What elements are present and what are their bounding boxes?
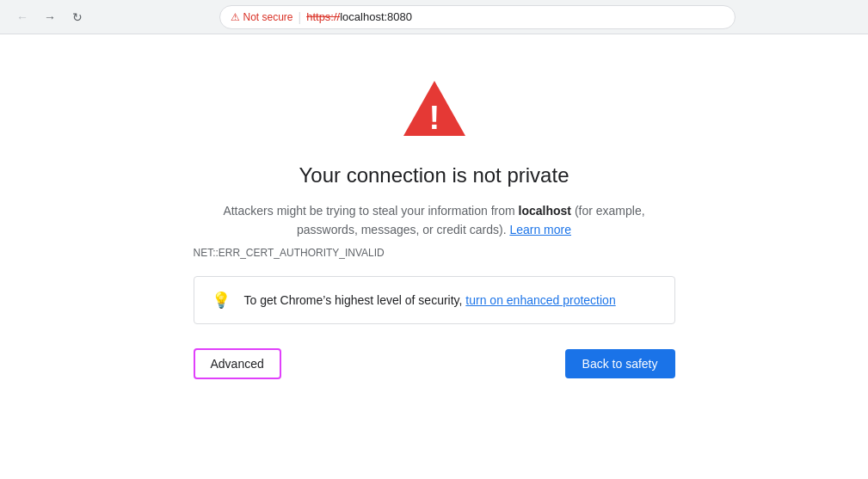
forward-arrow-icon: → bbox=[44, 10, 56, 24]
enhanced-protection-link[interactable]: turn on enhanced protection bbox=[465, 293, 615, 307]
not-secure-label: Not secure bbox=[243, 11, 293, 23]
security-box-text: To get Chrome’s highest level of securit… bbox=[244, 293, 616, 307]
url-display: https://localhost:8080 bbox=[306, 10, 412, 23]
description-text: Attackers might be trying to steal your … bbox=[194, 201, 675, 240]
address-bar-divider: | bbox=[299, 10, 302, 24]
back-button[interactable]: ← bbox=[10, 5, 34, 29]
url-prefix: https:// bbox=[306, 10, 340, 23]
browser-toolbar: ← → ↻ ⚠ Not secure | https://localhost:8… bbox=[0, 0, 868, 34]
reload-icon: ↻ bbox=[72, 10, 83, 24]
page-title: Your connection is not private bbox=[299, 163, 569, 187]
warning-icon-container: ! bbox=[400, 77, 469, 143]
advanced-button[interactable]: Advanced bbox=[194, 348, 281, 379]
svg-text:!: ! bbox=[428, 99, 440, 136]
buttons-row: Advanced Back to safety bbox=[194, 348, 675, 379]
address-bar[interactable]: ⚠ Not secure | https://localhost:8080 bbox=[219, 5, 736, 29]
error-code: NET::ERR_CERT_AUTHORITY_INVALID bbox=[194, 247, 385, 259]
lightbulb-icon: 💡 bbox=[212, 291, 231, 310]
learn-more-link[interactable]: Learn more bbox=[509, 223, 571, 236]
security-text-before: To get Chrome’s highest level of securit… bbox=[244, 293, 466, 307]
description-before: Attackers might be trying to steal your … bbox=[223, 204, 518, 218]
security-warning: ⚠ Not secure bbox=[231, 11, 293, 23]
back-to-safety-button[interactable]: Back to safety bbox=[565, 349, 675, 378]
description-host: localhost bbox=[519, 204, 571, 218]
back-arrow-icon: ← bbox=[16, 10, 28, 24]
error-page: ! Your connection is not private Attacke… bbox=[0, 34, 868, 479]
warning-triangle-icon: ! bbox=[400, 77, 469, 139]
url-host: localhost:8080 bbox=[340, 10, 412, 23]
warning-triangle-icon: ⚠ bbox=[231, 11, 240, 23]
nav-buttons: ← → ↻ bbox=[10, 5, 89, 29]
reload-button[interactable]: ↻ bbox=[65, 5, 89, 29]
security-info-box: 💡 To get Chrome’s highest level of secur… bbox=[194, 276, 675, 324]
forward-button[interactable]: → bbox=[38, 5, 62, 29]
